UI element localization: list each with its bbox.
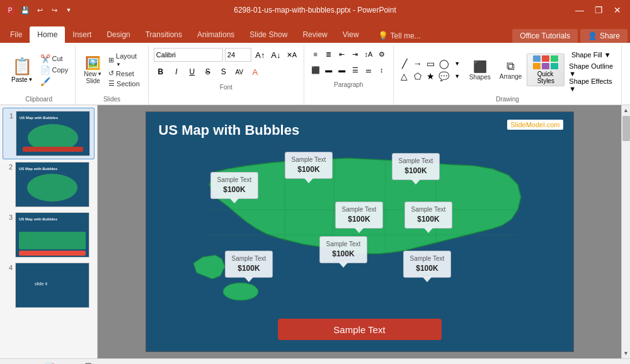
text-direction-button[interactable]: ↕A [362, 48, 375, 60]
tab-design[interactable]: Design [99, 26, 137, 43]
tab-review[interactable]: Review [295, 26, 335, 43]
find-button[interactable]: 🔍 Find [627, 49, 630, 62]
status-right: ⊞ ⚏ 📖 ▶ − 52% + ⤢ [448, 361, 625, 365]
shape-ellipse[interactable]: ◯ [438, 58, 450, 69]
shape-rect[interactable]: ▭ [425, 58, 437, 69]
clipboard-items: 📋 Paste ▼ ✂️Cut 📄Copy 🖌️ [8, 45, 70, 94]
shape-effects-button[interactable]: Shape Effects ▼ [566, 78, 616, 92]
justify-button[interactable]: ☰ [349, 64, 362, 76]
share-button[interactable]: 👤 Share [580, 29, 627, 43]
char-spacing-button[interactable]: AV [232, 65, 246, 79]
scroll-track[interactable] [622, 115, 630, 348]
slide-thumb-2[interactable]: 2 US Map with Bubbles [3, 159, 94, 210]
shape-pentagon[interactable]: ⬠ [412, 71, 423, 82]
convert-to-smartart-button[interactable]: ⚙ [375, 48, 388, 60]
bold-button[interactable]: B [154, 65, 168, 79]
svg-text:US Map with Bubbles: US Map with Bubbles [19, 167, 58, 171]
font-size-input[interactable] [225, 48, 251, 62]
slide-logo: SlideModel.com [507, 120, 563, 130]
tab-insert[interactable]: Insert [65, 26, 99, 43]
save-qa-button[interactable]: 💾 [19, 4, 32, 16]
office-tutorials-button[interactable]: Office Tutorials [512, 29, 578, 43]
slides-sub: ⊞Layout ▼ ↺Reset ☰Section [106, 52, 143, 88]
shapes-button[interactable]: ⬛ Shapes [466, 57, 495, 83]
slide-thumb-4[interactable]: 4 slide 4 [3, 260, 94, 310]
font-style-row: B I U S S AV A [154, 65, 299, 79]
undo-qa-button[interactable]: ↩ [33, 4, 46, 16]
clipboard-label: Clipboard [25, 94, 52, 105]
paragraph-label: Paragraph [334, 80, 364, 90]
paste-button[interactable]: 📋 Paste ▼ [8, 54, 37, 86]
quick-styles-button[interactable]: QuickStyles [527, 54, 564, 86]
fit-to-window-button[interactable]: ⤢ [611, 361, 625, 365]
slide-sorter-button[interactable]: ⚏ [466, 361, 479, 365]
arrange-button[interactable]: ⧉ Arrange [496, 57, 526, 82]
tab-animations[interactable]: Animations [190, 26, 242, 43]
replace-button[interactable]: 🔄 Replace [627, 64, 630, 76]
align-left-button[interactable]: ⬛ [309, 64, 322, 76]
increase-font-button[interactable]: A↑ [253, 48, 267, 62]
cut-button[interactable]: ✂️Cut [38, 54, 71, 64]
strikethrough-button[interactable]: S [201, 65, 215, 79]
increase-indent-button[interactable]: ⇥ [349, 48, 362, 60]
reading-view-button[interactable]: 📖 [483, 361, 497, 365]
minimize-button[interactable]: — [572, 4, 587, 16]
tell-me-input[interactable]: 💡 Tell me... [372, 28, 427, 43]
quick-access-toolbar: 💾 ↩ ↪ ▼ [19, 4, 75, 16]
decrease-indent-button[interactable]: ⇤ [336, 48, 348, 60]
drawing-items: ╱ → ▭ ◯ ▼ △ ⬠ ★ 💬 ▼ [399, 45, 617, 94]
line-spacing-button[interactable]: ↕ [375, 64, 388, 76]
shape-outline-button[interactable]: Shape Outline ▼ [566, 63, 616, 77]
shape-fill-button[interactable]: Shape Fill ▼ [566, 48, 616, 62]
clear-format-button[interactable]: ✕A [285, 48, 299, 62]
redo-qa-button[interactable]: ↪ [48, 4, 60, 16]
slide-thumb-1[interactable]: 1 US Map with Bubbles [3, 108, 94, 159]
numbering-button[interactable]: ≣ [323, 48, 335, 60]
tab-file[interactable]: File [3, 26, 30, 43]
shape-line[interactable]: ╱ [399, 58, 410, 69]
columns-button[interactable]: ⚌ [362, 64, 375, 76]
shadow-button[interactable]: S [217, 65, 231, 79]
new-slide-button[interactable]: 🖼️ New ▼ Slide [81, 53, 105, 87]
font-name-row: A↑ A↓ ✕A [154, 48, 299, 62]
vertical-scrollbar[interactable]: ▲ ▼ [621, 105, 630, 358]
font-name-input[interactable] [154, 48, 223, 62]
shape-arrow[interactable]: → [412, 58, 423, 69]
section-button[interactable]: ☰Section [106, 79, 143, 88]
format-painter-button[interactable]: 🖌️ [38, 76, 71, 87]
decrease-font-button[interactable]: A↓ [269, 48, 283, 62]
svg-rect-9 [19, 232, 86, 249]
replay-qa-button[interactable]: ▼ [62, 4, 75, 16]
align-right-button[interactable]: ▬ [336, 64, 348, 76]
close-button[interactable]: ✕ [610, 4, 625, 16]
normal-view-button[interactable]: ⊞ [448, 361, 462, 365]
select-button[interactable]: ↖ Select ▼ [627, 78, 630, 91]
shape-callout[interactable]: 💬 [438, 71, 450, 82]
scroll-thumb[interactable] [622, 116, 630, 141]
svg-rect-3 [23, 147, 83, 152]
italic-button[interactable]: I [169, 65, 183, 79]
main-area: 1 US Map with Bubbles 2 US Map with Bubb… [0, 105, 630, 358]
tab-slideshow[interactable]: Slide Show [242, 26, 295, 43]
scroll-down-button[interactable]: ▼ [622, 348, 631, 358]
slideshow-button[interactable]: ▶ [501, 361, 515, 365]
scroll-up-button[interactable]: ▲ [622, 105, 631, 115]
font-color-button[interactable]: A [248, 65, 262, 79]
shape-scroll[interactable]: ▼ [452, 71, 463, 82]
tab-home[interactable]: Home [30, 26, 65, 43]
shape-star[interactable]: ★ [425, 71, 437, 82]
copy-button[interactable]: 📄Copy [38, 65, 71, 76]
slide-thumb-3[interactable]: 3 US Map with Bubbles [3, 210, 94, 260]
shape-triangle[interactable]: △ [399, 71, 410, 82]
bullets-button[interactable]: ≡ [309, 48, 322, 60]
layout-button[interactable]: ⊞Layout ▼ [106, 52, 143, 68]
tab-transitions[interactable]: Transitions [138, 26, 190, 43]
shapes-more[interactable]: ▼ [452, 58, 463, 69]
align-center-button[interactable]: ▬ [323, 64, 335, 76]
callout-2: Sample Text $100K [285, 152, 333, 179]
maximize-button[interactable]: ❐ [591, 4, 606, 16]
underline-button[interactable]: U [185, 65, 199, 79]
slide-image-3: US Map with Bubbles [15, 212, 89, 258]
tab-view[interactable]: View [335, 26, 367, 43]
reset-button[interactable]: ↺Reset [106, 69, 143, 78]
